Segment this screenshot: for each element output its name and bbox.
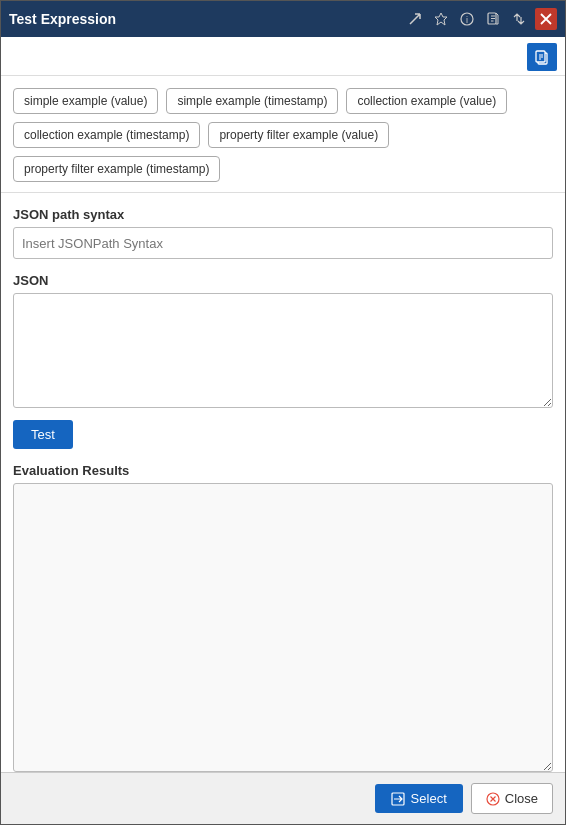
content-area: simple example (value) simple example (t…: [1, 37, 565, 772]
example-simple-value[interactable]: simple example (value): [13, 88, 158, 114]
eval-results-textarea: [13, 483, 553, 772]
titlebar: Test Expression i: [1, 1, 565, 37]
example-tags: simple example (value) simple example (t…: [13, 88, 553, 182]
eval-results-label: Evaluation Results: [13, 463, 553, 478]
example-property-filter-timestamp[interactable]: property filter example (timestamp): [13, 156, 220, 182]
document-icon[interactable]: [483, 9, 503, 29]
json-label: JSON: [13, 273, 553, 288]
example-collection-value[interactable]: collection example (value): [346, 88, 507, 114]
arrows-icon[interactable]: [509, 9, 529, 29]
close-button[interactable]: Close: [471, 783, 553, 814]
close-button-icon: [486, 792, 500, 806]
info-icon[interactable]: i: [457, 9, 477, 29]
select-button[interactable]: Select: [375, 784, 463, 813]
external-link-icon[interactable]: [405, 9, 425, 29]
json-textarea[interactable]: [13, 293, 553, 408]
example-collection-timestamp[interactable]: collection example (timestamp): [13, 122, 200, 148]
test-button[interactable]: Test: [13, 420, 73, 449]
select-button-label: Select: [411, 791, 447, 806]
titlebar-icons: i: [405, 8, 557, 30]
window-title: Test Expression: [9, 11, 116, 27]
form-section: JSON path syntax JSON Test Evaluation Re…: [1, 193, 565, 772]
jsonpath-label: JSON path syntax: [13, 207, 553, 222]
close-button-label: Close: [505, 791, 538, 806]
pin-icon[interactable]: [431, 9, 451, 29]
select-icon: [391, 792, 405, 806]
example-property-filter-value[interactable]: property filter example (value): [208, 122, 389, 148]
top-bar: [1, 37, 565, 76]
bottom-bar: Select Close: [1, 772, 565, 824]
form-lower: JSON Test Evaluation Results: [13, 273, 553, 772]
jsonpath-input[interactable]: [13, 227, 553, 259]
window: Test Expression i: [0, 0, 566, 825]
copy-button[interactable]: [527, 43, 557, 71]
example-simple-timestamp[interactable]: simple example (timestamp): [166, 88, 338, 114]
svg-text:i: i: [466, 15, 468, 25]
examples-section: simple example (value) simple example (t…: [1, 76, 565, 193]
close-window-icon[interactable]: [535, 8, 557, 30]
